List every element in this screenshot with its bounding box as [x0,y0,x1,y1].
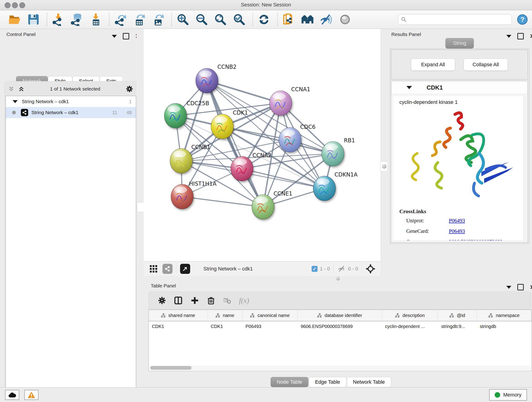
cloud-status-button[interactable] [5,390,19,400]
export-table-icon[interactable] [133,13,146,26]
results-scrollbar[interactable] [524,96,527,240]
maximize-panel-icon[interactable] [517,284,524,290]
network-node-hist1h1a[interactable]: HIST1H1A [171,181,217,209]
tab-network-table[interactable]: Network Table [347,377,391,387]
collection-expand-icon[interactable] [13,100,18,103]
open-session-icon[interactable] [8,13,22,26]
network-row[interactable]: String Network – cdk1 11 48 [6,107,136,118]
save-session-icon[interactable] [27,13,40,26]
column-header-namespace[interactable]: namespace [476,310,531,321]
tab-node-table[interactable]: Node Table [271,377,308,387]
column-header--id[interactable]: @id [438,310,477,321]
search-input[interactable] [408,17,509,22]
bottom-splitter-handle[interactable] [336,277,340,281]
network-edge[interactable] [207,81,281,103]
collection-label: String Network – cdk1 [22,99,69,104]
selected-checkbox-icon[interactable]: ✓ [312,266,317,272]
left-splitter-handle[interactable] [137,202,144,212]
expand-all-icon[interactable] [18,85,25,92]
float-panel-icon[interactable] [112,35,117,38]
export-network-icon[interactable] [114,13,127,26]
column-header-shared-name[interactable]: shared name [149,310,208,321]
network-node-cdc25b[interactable]: CDC25B [164,100,209,128]
fit-selected-crosshair-icon[interactable] [366,264,375,274]
column-header-database-identifier[interactable]: database identifier [298,310,382,321]
table-cell[interactable]: stringdb [476,321,531,332]
table-cell[interactable]: stringdb:9... [438,321,477,332]
refresh-icon[interactable] [257,13,271,26]
clone-network-icon[interactable] [282,13,296,26]
maximize-panel-icon[interactable] [123,33,129,39]
node-label: CCNB1 [191,144,210,150]
gene-header-row[interactable]: CDK1 [391,81,527,94]
tab-edge-table[interactable]: Edge Table [309,377,346,387]
home-icon[interactable] [301,13,314,26]
network-node-ccna1[interactable]: CCNA1 [269,86,310,115]
bottom-splitter[interactable] [144,276,532,281]
collapse-all-button[interactable]: Collapse All [463,58,508,71]
network-overview-share-icon[interactable] [162,264,172,274]
network-edge[interactable] [242,169,324,188]
network-canvas[interactable]: CCNB2CCNA1CDC25BCDK1CDC6RB1CCNB1CCNA2CDK… [144,29,381,261]
show-hide-icon[interactable] [319,13,333,26]
open-in-new-icon[interactable] [180,264,190,274]
network-options-gear-icon[interactable] [126,85,133,93]
network-collection-row[interactable]: String Network – cdk1 1 [6,96,136,107]
column-type-icon [161,313,166,317]
zoom-selected-icon[interactable] [232,13,246,26]
network-node-cdk1[interactable]: CDK1 [211,109,248,139]
crosslink-link[interactable]: P06493 [449,218,465,224]
left-splitter[interactable] [137,29,144,387]
crosslink-link[interactable]: P06493 [449,228,465,234]
network-view[interactable]: CCNB2CCNA1CDC25BCDK1CDC6RB1CCNB1CCNA2CDK… [144,29,381,261]
network-edge[interactable] [182,197,263,207]
show-columns-icon[interactable] [174,296,183,305]
export-image-icon[interactable] [151,13,165,26]
import-network-icon[interactable] [51,13,65,26]
table-cell[interactable]: CDK1 [149,321,208,332]
table-hscrollbar[interactable] [149,366,531,370]
table-cell[interactable]: cyclin-dependent ... [382,321,438,332]
gene-expand-icon[interactable] [406,86,412,89]
import-database-icon[interactable] [70,13,84,26]
network-node-rb1[interactable]: RB1 [322,137,355,166]
table-hscrollbar-thumb[interactable] [150,366,191,370]
zoom-out-icon[interactable] [195,13,209,26]
float-panel-icon[interactable] [506,35,511,38]
hidden-eye-slash-icon[interactable] [337,265,346,273]
table-settings-gear-icon[interactable] [158,296,166,305]
memory-button[interactable]: Memory [489,389,527,401]
table-cell[interactable]: P06493 [242,321,298,332]
column-header-description[interactable]: description [382,310,438,321]
node-table[interactable]: shared namenamecanonical namedatabase id… [148,310,532,371]
float-panel-icon[interactable] [506,286,511,289]
birdseye-grid-icon[interactable] [150,265,157,273]
tab-string[interactable]: String [445,38,474,49]
network-node-cdkn1a[interactable]: CDKN1A [313,172,358,201]
network-edge[interactable] [207,81,263,207]
delete-table-icon[interactable] [223,296,231,305]
function-builder-icon[interactable]: f(x) [239,296,249,305]
right-splitter[interactable] [381,29,388,276]
protein-structure-image [404,108,518,206]
close-panel-icon[interactable]: ✕ [530,285,532,290]
crosslink-link[interactable]: 9606.ENSP00000378699 [449,239,503,241]
zoom-in-icon[interactable] [176,13,190,26]
help-icon[interactable]: ? [517,14,528,25]
table-row[interactable]: CDK1CDK1P064939606.ENSP00000378699cyclin… [149,321,532,332]
results-panel: Results Panel ✕ String Expand All Collap… [387,29,532,276]
table-cell[interactable]: CDK1 [208,321,242,332]
table-cell[interactable]: 9606.ENSP00000378699 [298,321,382,332]
delete-column-trash-icon[interactable] [207,296,215,305]
sphere-icon[interactable] [338,13,352,26]
warning-status-button[interactable] [24,390,38,400]
column-header-canonical-name[interactable]: canonical name [242,310,298,321]
add-column-icon[interactable] [190,296,199,305]
expand-all-button[interactable]: Expand All [411,58,455,71]
import-table-icon[interactable] [89,13,103,26]
collapse-all-icon[interactable] [8,85,15,92]
zoom-fit-icon[interactable] [214,13,227,26]
column-header-name[interactable]: name [208,310,242,321]
search-box[interactable] [398,14,512,25]
crosslinks-section: CrossLinks Uniprot:P06493GeneCard:P06493… [399,208,526,241]
